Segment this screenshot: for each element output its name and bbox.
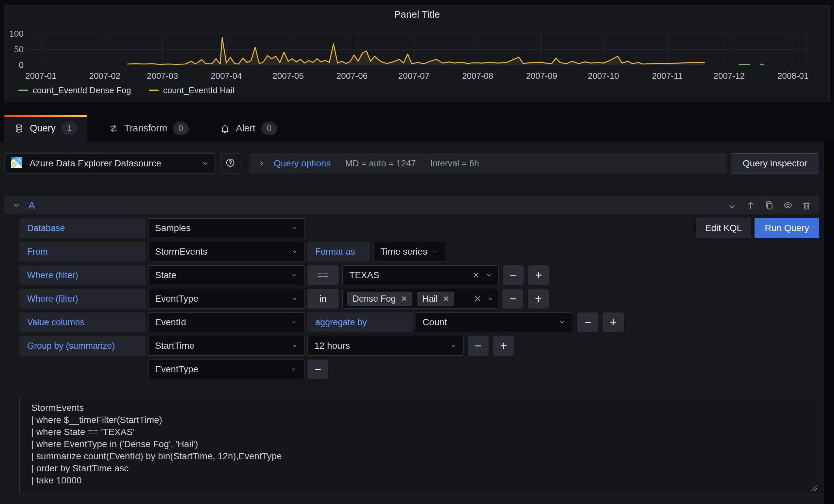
database-value: Samples (155, 223, 191, 233)
where-multivalue-select[interactable]: Dense Fog ✕ Hail ✕ ✕ (343, 289, 499, 308)
datasource-help-button[interactable] (220, 153, 240, 174)
datasource-row: Azure Data Explorer Datasource Query opt… (4, 153, 819, 174)
from-select[interactable]: StormEvents (148, 242, 305, 261)
group-by-label: Group by (summarize) (19, 336, 146, 356)
group-by-row: Group by (summarize) StartTime 12 hours … (19, 336, 819, 356)
chart-legend: count_EventId Dense Fog count_EventId Ha… (18, 85, 235, 95)
add-group-by-button[interactable]: + (493, 336, 514, 356)
remove-chip-icon[interactable]: ✕ (443, 295, 449, 303)
where-value-select[interactable]: TEXAS ✕ (343, 266, 499, 285)
database-label: Database (19, 218, 146, 238)
kql-preview-textarea[interactable]: StormEvents | where $__timeFilter(StartT… (19, 396, 819, 495)
svg-text:2007-08: 2007-08 (462, 72, 493, 81)
chevron-down-icon (486, 270, 492, 280)
tab-count-badge: 1 (62, 121, 77, 135)
legend-item[interactable]: count_EventId Hail (149, 85, 235, 95)
query-options-bar[interactable]: Query options MD = auto = 1247 Interval … (249, 153, 727, 174)
chevron-down-icon (488, 294, 493, 304)
move-query-up-button[interactable] (746, 200, 755, 210)
remove-group-by-button[interactable]: − (468, 336, 489, 356)
group-by-interval-value: 12 hours (314, 341, 350, 351)
svg-text:2007-06: 2007-06 (336, 72, 368, 81)
legend-dash-hail (149, 90, 159, 91)
where-column-select[interactable]: State (148, 266, 305, 285)
query-builder: Database Samples From StormEvents Format… (19, 218, 819, 379)
value-column-value: EventId (155, 317, 186, 327)
group-by-column-value: EventType (155, 364, 198, 374)
delete-query-button[interactable] (802, 200, 811, 210)
svg-text:100: 100 (9, 29, 24, 38)
tab-alert[interactable]: Alert 0 (210, 115, 287, 141)
svg-text:2007-11: 2007-11 (652, 72, 682, 81)
remove-filter-button[interactable]: − (502, 289, 523, 308)
svg-text:2007-09: 2007-09 (526, 72, 557, 81)
where-state-row: Where (filter) State == TEXAS ✕ − + (19, 266, 819, 285)
chevron-down-icon (558, 319, 565, 325)
group-by-interval-select[interactable]: 12 hours (307, 336, 464, 356)
svg-text:2008-01: 2008-01 (777, 72, 809, 81)
question-circle-icon (225, 158, 235, 169)
svg-text:2007-12: 2007-12 (714, 72, 745, 81)
legend-item[interactable]: count_EventId Dense Fog (18, 85, 131, 95)
resize-handle-icon[interactable] (810, 484, 818, 493)
duplicate-query-button[interactable] (764, 200, 774, 210)
aggregate-select[interactable]: Count (416, 313, 572, 332)
value-chip[interactable]: Dense Fog ✕ (347, 292, 412, 306)
database-select[interactable]: Samples (148, 218, 305, 238)
remove-group-by-button[interactable]: − (307, 360, 328, 379)
tab-count-badge: 0 (261, 121, 277, 135)
tab-label: Query (30, 123, 56, 134)
tab-label: Transform (124, 123, 167, 134)
query-ref-header[interactable]: A (4, 196, 819, 214)
move-query-down-button[interactable] (727, 200, 737, 210)
edit-kql-button[interactable]: Edit KQL (696, 218, 751, 238)
query-inspector-button[interactable]: Query inspector (731, 153, 819, 174)
format-as-select[interactable]: Time series (373, 242, 445, 261)
spacer (19, 360, 146, 379)
group-by-column-select[interactable]: StartTime (148, 336, 305, 356)
legend-label[interactable]: count_EventId Hail (163, 85, 235, 95)
svg-text:2007-07: 2007-07 (398, 72, 430, 81)
value-chip[interactable]: Hail ✕ (417, 292, 454, 306)
clear-value-icon[interactable]: ✕ (474, 295, 481, 303)
where-column-select[interactable]: EventType (148, 289, 305, 308)
query-buttons: Edit KQL Run Query (696, 218, 819, 238)
svg-text:2007-03: 2007-03 (147, 72, 178, 81)
chip-label: Dense Fog (353, 294, 396, 304)
from-label: From (19, 242, 146, 261)
clear-value-icon[interactable]: ✕ (472, 271, 480, 279)
group-by-column-select[interactable]: EventType (148, 360, 305, 379)
azure-data-explorer-logo-icon (11, 157, 22, 169)
svg-text:2007-02: 2007-02 (89, 72, 120, 81)
tab-query[interactable]: Query 1 (4, 115, 87, 141)
value-column-select[interactable]: EventId (148, 313, 305, 332)
where-label: Where (filter) (19, 266, 146, 285)
remove-value-column-button[interactable]: − (577, 313, 598, 332)
svg-text:2007-01: 2007-01 (25, 72, 56, 81)
where-operator-button[interactable]: == (307, 266, 338, 285)
remove-filter-button[interactable]: − (503, 266, 524, 285)
legend-label[interactable]: count_EventId Dense Fog (33, 85, 131, 95)
chevron-down-icon (202, 160, 209, 167)
where-eventtype-row: Where (filter) EventType in Dense Fog ✕ … (19, 289, 819, 308)
value-columns-row: Value columns EventId aggregate by Count… (19, 313, 819, 332)
where-operator-button[interactable]: in (307, 289, 338, 308)
add-filter-button[interactable]: + (528, 266, 549, 285)
right-scroll-gutter[interactable] (824, 141, 834, 504)
run-query-button[interactable]: Run Query (754, 218, 819, 238)
chevron-down-icon (291, 272, 298, 278)
interval-value: Interval = 6h (430, 159, 479, 169)
add-filter-button[interactable]: + (528, 289, 549, 308)
chevron-down-icon[interactable] (12, 201, 21, 209)
tab-transform[interactable]: Transform 0 (99, 115, 199, 141)
tab-label: Alert (236, 123, 256, 134)
remove-chip-icon[interactable]: ✕ (401, 295, 407, 303)
add-value-column-button[interactable]: + (603, 313, 624, 332)
panel: Panel Title 0501002007-012007-022007-032… (4, 5, 830, 102)
panel-preview-section: Panel Title 0501002007-012007-022007-032… (0, 5, 834, 141)
from-value: StormEvents (155, 247, 207, 257)
toggle-query-visibility-button[interactable] (783, 200, 793, 210)
datasource-name: Azure Data Explorer Datasource (29, 158, 161, 169)
datasource-picker[interactable]: Azure Data Explorer Datasource (4, 153, 216, 174)
query-options-label[interactable]: Query options (274, 158, 331, 169)
